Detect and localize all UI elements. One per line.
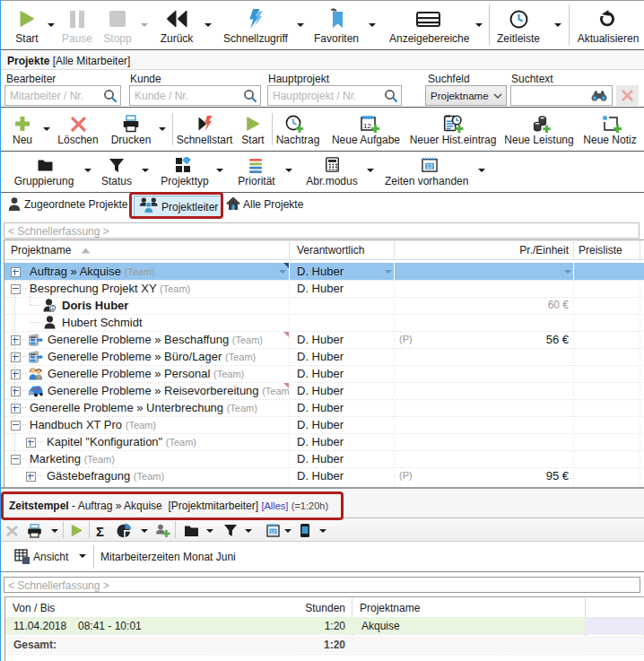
svg-text:12: 12	[270, 529, 275, 535]
svg-text:12: 12	[363, 122, 371, 130]
svg-text:12: 12	[426, 163, 433, 170]
